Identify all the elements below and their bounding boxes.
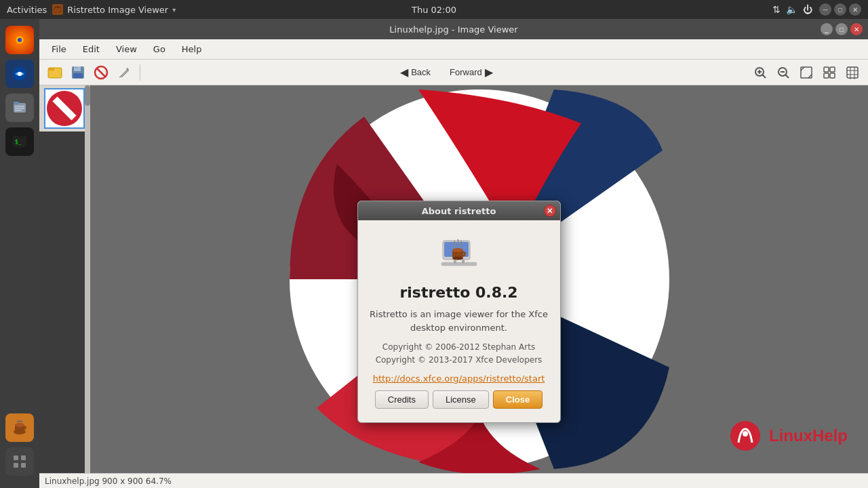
svg-rect-25 xyxy=(75,67,78,68)
linuxhelp-logo-icon xyxy=(728,419,762,453)
title-maximize-btn[interactable]: □ xyxy=(835,23,848,35)
taskbar-dropdown-arrow[interactable]: ▾ xyxy=(172,6,176,14)
license-button[interactable]: License xyxy=(433,390,489,409)
svg-point-16 xyxy=(15,423,24,427)
app-title-area: Ristretto Image Viewer ▾ xyxy=(52,4,176,15)
open-folder-btn[interactable] xyxy=(45,62,65,83)
system-bar-clock: Thu 02:00 xyxy=(412,5,456,15)
svg-rect-41 xyxy=(847,67,858,78)
forward-button[interactable]: Forward ▶ xyxy=(443,63,500,81)
sidebar-inner xyxy=(39,85,90,131)
sidebar-scrollbar[interactable] xyxy=(85,85,90,473)
linuxhelp-text: LinuxHelp xyxy=(769,426,848,445)
thumbnail-1[interactable] xyxy=(44,88,85,129)
svg-rect-20 xyxy=(21,463,26,468)
system-bar-left: Activities Ristretto Image Viewer ▾ xyxy=(7,4,176,15)
svg-line-28 xyxy=(97,68,105,77)
dock-apps-icon[interactable] xyxy=(5,447,34,476)
delete-btn[interactable] xyxy=(91,62,111,83)
menu-edit[interactable]: Edit xyxy=(76,41,106,57)
svg-point-55 xyxy=(452,248,463,252)
svg-rect-17 xyxy=(14,455,18,460)
menu-bar: File Edit View Go Help xyxy=(39,39,868,60)
window-controls: ─ □ ✕ xyxy=(819,3,861,16)
maximize-button[interactable]: □ xyxy=(834,3,846,16)
minimize-button[interactable]: ─ xyxy=(819,3,831,16)
svg-point-4 xyxy=(18,38,22,42)
svg-rect-1 xyxy=(55,6,60,8)
svg-rect-9 xyxy=(15,106,24,107)
dialog-title: About ristretto xyxy=(422,206,496,216)
dialog-body: ristretto 0.8.2 Ristretto is an image vi… xyxy=(358,220,560,422)
left-dock: $_ xyxy=(0,19,39,488)
network-icon[interactable]: ⇅ xyxy=(772,4,781,15)
back-arrow-icon: ◀ xyxy=(400,66,408,79)
app-icon-large xyxy=(437,234,481,277)
dock-ristretto-icon[interactable] xyxy=(5,413,34,442)
toolbar-separator xyxy=(140,64,140,81)
taskbar-app-name: Ristretto Image Viewer xyxy=(67,5,168,15)
forward-arrow-icon: ▶ xyxy=(485,66,493,79)
sidebar-scroll-thumb[interactable] xyxy=(85,85,90,106)
grid-view-btn[interactable] xyxy=(819,62,840,83)
image-area: LinuxHelp About ristretto ✕ xyxy=(90,85,868,473)
system-icons: ⇅ 🔈 ⏻ xyxy=(772,4,812,15)
svg-rect-38 xyxy=(830,67,835,72)
app-copyright: Copyright © 2006-2012 Stephan Arts Copyr… xyxy=(376,341,542,367)
svg-rect-10 xyxy=(15,108,24,109)
dock-firefox-icon[interactable] xyxy=(5,26,34,54)
menu-view[interactable]: View xyxy=(109,41,144,57)
dialog-close-x-button[interactable]: ✕ xyxy=(544,205,556,217)
status-text: Linuxhelp.jpg 900 x 900 64.7% xyxy=(45,476,172,486)
app-website-link[interactable]: http://docs.xfce.org/apps/ristretto/star… xyxy=(373,373,545,384)
credits-button[interactable]: Credits xyxy=(375,390,429,409)
app-name: ristretto 0.8.2 xyxy=(399,284,517,301)
toolbar: ◀ Back Forward ▶ xyxy=(39,60,868,85)
svg-rect-8 xyxy=(14,102,19,104)
save-btn[interactable] xyxy=(68,62,88,83)
svg-rect-40 xyxy=(830,73,835,78)
window-close-button[interactable]: ✕ xyxy=(849,3,861,16)
status-bar: Linuxhelp.jpg 900 x 900 64.7% xyxy=(39,473,868,488)
svg-rect-59 xyxy=(462,260,465,264)
dock-terminal-icon[interactable]: $_ xyxy=(5,127,34,156)
app-icon-small xyxy=(52,4,63,15)
svg-rect-11 xyxy=(15,110,22,111)
sidebar xyxy=(39,85,90,473)
svg-rect-58 xyxy=(454,260,456,264)
dock-bottom xyxy=(5,412,34,483)
close-button[interactable]: Close xyxy=(493,390,542,409)
settings-btn[interactable] xyxy=(842,62,863,83)
app-description: Ristretto is an image viewer for the Xfc… xyxy=(369,308,549,334)
zoom-in-btn[interactable] xyxy=(750,62,770,83)
title-bar-controls: _ □ ✕ xyxy=(821,23,863,35)
zoom-out-btn[interactable] xyxy=(773,62,793,83)
menu-help[interactable]: Help xyxy=(175,41,209,57)
svg-rect-57 xyxy=(441,262,477,266)
svg-rect-22 xyxy=(48,68,54,70)
title-close-btn[interactable]: ✕ xyxy=(850,23,863,35)
window-title-bar: Linuxhelp.jpg - Image Viewer _ □ ✕ xyxy=(39,19,868,39)
svg-rect-37 xyxy=(824,67,829,72)
main-window: Linuxhelp.jpg - Image Viewer _ □ ✕ File … xyxy=(39,19,868,488)
content-area: LinuxHelp About ristretto ✕ xyxy=(39,85,868,473)
svg-point-6 xyxy=(18,72,22,76)
title-minimize-btn[interactable]: _ xyxy=(821,23,833,35)
power-icon[interactable]: ⏻ xyxy=(803,4,812,15)
window-title: Linuxhelp.jpg - Image Viewer xyxy=(389,24,517,35)
about-dialog: About ristretto ✕ xyxy=(357,201,561,423)
activities-button[interactable]: Activities xyxy=(7,5,47,15)
menu-go[interactable]: Go xyxy=(146,41,172,57)
dock-thunderbird-icon[interactable] xyxy=(5,60,34,88)
menu-file[interactable]: File xyxy=(45,41,73,57)
svg-rect-19 xyxy=(14,463,18,468)
svg-rect-39 xyxy=(824,73,829,78)
volume-icon[interactable]: 🔈 xyxy=(786,4,797,15)
svg-rect-26 xyxy=(73,73,83,78)
dock-files-icon[interactable] xyxy=(5,94,34,122)
fullscreen-btn[interactable] xyxy=(796,62,816,83)
svg-text:$_: $_ xyxy=(15,139,22,145)
back-button[interactable]: ◀ Back xyxy=(393,63,437,81)
edit-btn[interactable] xyxy=(114,62,134,83)
dialog-buttons: Credits License Close xyxy=(375,390,542,411)
